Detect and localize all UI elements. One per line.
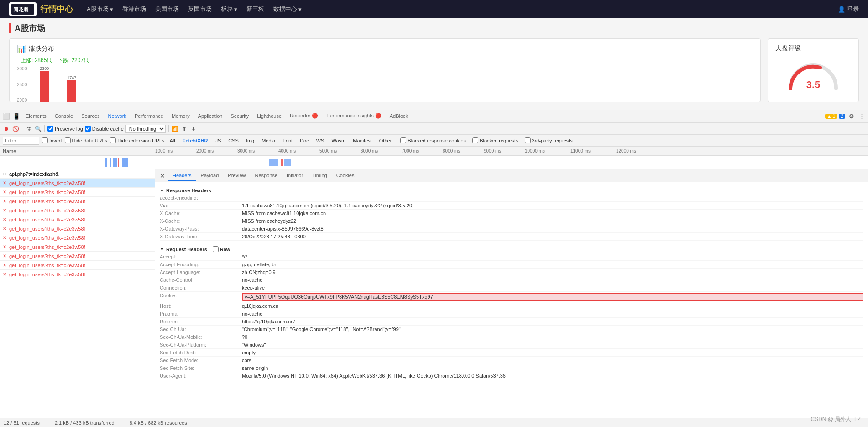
network-item-6[interactable]: ✕ get_login_users?ths_tk=c2e3w58f xyxy=(0,233,155,242)
header-name-accept-enc: accept-encoding: xyxy=(160,195,242,200)
wifi-icon[interactable]: 📶 xyxy=(172,125,179,132)
network-item-5[interactable]: ✕ get_login_users?ths_tk=c2e3w58f xyxy=(0,224,155,233)
header-value-accept-enc xyxy=(242,195,863,200)
throttling-select[interactable]: No throttling xyxy=(125,125,166,133)
error-icon-5: ✕ xyxy=(1,225,8,232)
tab-recorder[interactable]: Recorder 🔴 xyxy=(286,111,322,121)
network-item-2[interactable]: ✕ get_login_users?ths_tk=c2e3w58f xyxy=(0,197,155,206)
close-panel-button[interactable]: ✕ xyxy=(157,172,168,179)
error-icon-8: ✕ xyxy=(1,253,8,260)
nav-hk-market[interactable]: 香港市场 xyxy=(122,5,146,13)
devtools-device-icon[interactable]: 📱 xyxy=(12,112,21,121)
warning-badge: ▲ 1 xyxy=(825,114,837,119)
invert-checkbox[interactable]: Invert xyxy=(42,137,62,143)
name-column-header: Name xyxy=(3,148,16,154)
filter-css[interactable]: CSS xyxy=(226,137,241,144)
blocked-requests-checkbox[interactable]: Blocked requests xyxy=(472,137,518,143)
filter-fetch-xhr[interactable]: Fetch/XHR xyxy=(180,137,210,144)
hide-data-urls-checkbox[interactable]: Hide data URLs xyxy=(65,137,108,143)
req-value-host: q.10jqka.com.cn xyxy=(242,303,863,309)
network-item-3[interactable]: ✕ get_login_users?ths_tk=c2e3w58f xyxy=(0,206,155,215)
tab-headers[interactable]: Headers xyxy=(168,171,196,181)
filter-img[interactable]: Img xyxy=(244,137,256,144)
tab-elements[interactable]: Elements xyxy=(22,111,50,121)
raw-checkbox[interactable]: Raw xyxy=(213,246,230,252)
tab-timing[interactable]: Timing xyxy=(308,171,332,181)
tab-network[interactable]: Network xyxy=(105,111,130,121)
disable-cache-checkbox[interactable]: Disable cache xyxy=(85,126,124,132)
clear-icon[interactable]: 🚫 xyxy=(12,125,19,132)
network-item-1[interactable]: ✕ get_login_users?ths_tk=c2e3w58f xyxy=(0,188,155,197)
filter-ws[interactable]: WS xyxy=(314,137,327,144)
upload-icon[interactable]: ⬆ xyxy=(181,125,188,132)
nav-sectors[interactable]: 板块 ▾ xyxy=(221,5,237,13)
tab-adblock[interactable]: AdBlock xyxy=(386,111,412,121)
third-party-checkbox[interactable]: 3rd-party requests xyxy=(525,137,573,143)
tab-payload[interactable]: Payload xyxy=(196,171,224,181)
nav-data-center[interactable]: 数据中心 ▾ xyxy=(273,5,302,13)
header-name-xgw-pass: X-Gateway-Pass: xyxy=(160,226,242,232)
req-value-accept-enc: gzip, deflate, br xyxy=(242,262,863,267)
chart-title-text: 涨跌分布 xyxy=(29,45,54,53)
header-value-xgw-time: 26/Oct/2023:17:25:48 +0800 xyxy=(242,234,863,239)
filter-icon[interactable]: ⚗ xyxy=(25,125,32,132)
req-name-sec-ua: Sec-Ch-Ua: xyxy=(160,327,242,332)
request-headers-section-title[interactable]: ▼ Request Headers Raw xyxy=(160,243,863,253)
network-item-4[interactable]: ✕ get_login_users?ths_tk=c2e3w58f xyxy=(0,215,155,224)
nav-new-board[interactable]: 新三板 xyxy=(246,5,264,13)
tab-performance[interactable]: Performance xyxy=(131,111,167,121)
filter-wasm[interactable]: Wasm xyxy=(329,137,348,144)
tab-security[interactable]: Security xyxy=(227,111,252,121)
tab-application[interactable]: Application xyxy=(194,111,226,121)
network-item-name-api: api.php?t=indexflash& xyxy=(9,171,155,177)
toolbar-separator-1 xyxy=(22,125,22,132)
nav-a-shares[interactable]: A股市场 ▾ xyxy=(87,5,113,13)
devtools-inspect-icon[interactable]: ⬜ xyxy=(2,112,11,121)
logo-icon: 同花顺 xyxy=(9,2,37,16)
filter-js[interactable]: JS xyxy=(213,137,223,144)
blocked-cookies-checkbox[interactable]: Blocked response cookies xyxy=(400,137,466,143)
network-item-9[interactable]: ✕ get_login_users?ths_tk=c2e3w58f xyxy=(0,261,155,270)
tab-preview[interactable]: Preview xyxy=(223,171,250,181)
tab-sources[interactable]: Sources xyxy=(78,111,103,121)
req-header-sec-ua: Sec-Ch-Ua: "Chromium";v="118", "Google C… xyxy=(160,326,863,333)
header-value-xcache2: MISS from cacheydyz22 xyxy=(242,218,863,224)
req-name-accept-enc: Accept-Encoding: xyxy=(160,262,242,267)
req-name-sec-fetch-site: Sec-Fetch-Site: xyxy=(160,365,242,371)
tab-response[interactable]: Response xyxy=(250,171,282,181)
preserve-log-checkbox[interactable]: Preserve log xyxy=(47,126,83,132)
filter-input[interactable] xyxy=(3,137,39,145)
devtools-more-icon[interactable]: ⋮ xyxy=(857,112,866,121)
tab-console[interactable]: Console xyxy=(51,111,77,121)
filter-doc[interactable]: Doc xyxy=(298,137,311,144)
header-value-xgw-pass: datacenter-apisix-859978669d-8vzt8 xyxy=(242,226,863,232)
filter-media[interactable]: Media xyxy=(259,137,277,144)
tab-lighthouse[interactable]: Lighthouse xyxy=(253,111,285,121)
tab-performance-insights[interactable]: Performance insights 🔴 xyxy=(323,111,385,121)
tab-cookies[interactable]: Cookies xyxy=(332,171,359,181)
bar-2 xyxy=(67,80,76,102)
tab-memory[interactable]: Memory xyxy=(168,111,193,121)
filter-all[interactable]: All xyxy=(167,137,178,144)
network-item-10[interactable]: ✕ get_login_users?ths_tk=c2e3w58f xyxy=(0,270,155,279)
download-icon[interactable]: ⬇ xyxy=(190,125,197,132)
devtools-settings-icon[interactable]: ⚙ xyxy=(847,112,856,121)
network-item-name-2: get_login_users?ths_tk=c2e3w58f xyxy=(9,199,155,204)
network-item-api[interactable]: □ api.php?t=indexflash& xyxy=(0,169,155,179)
search-icon[interactable]: 🔍 xyxy=(34,125,42,132)
nav-uk-market[interactable]: 英国市场 xyxy=(188,5,212,13)
tab-initiator[interactable]: Initiator xyxy=(282,171,308,181)
response-headers-section-title[interactable]: ▼ Response Headers xyxy=(160,185,863,194)
filter-manifest[interactable]: Manifest xyxy=(350,137,374,144)
network-item-7[interactable]: ✕ get_login_users?ths_tk=c2e3w58f xyxy=(0,242,155,252)
filter-other[interactable]: Other xyxy=(377,137,394,144)
nav-us-market[interactable]: 美国市场 xyxy=(155,5,179,13)
network-item-0[interactable]: ✕ get_login_users?ths_tk=c2e3w58f xyxy=(0,179,155,188)
filter-font[interactable]: Font xyxy=(280,137,295,144)
website-content: A股市场 📊 涨跌分布 上涨: 2865只 下跌: 2207只 3000 250… xyxy=(0,18,868,110)
network-item-8[interactable]: ✕ get_login_users?ths_tk=c2e3w58f xyxy=(0,252,155,261)
record-stop-icon[interactable]: ⏺ xyxy=(3,125,10,132)
nav-login[interactable]: 👤 登录 xyxy=(838,5,859,13)
hide-ext-urls-checkbox[interactable]: Hide extension URLs xyxy=(110,137,164,143)
req-header-conn: Connection: keep-alive xyxy=(160,284,863,292)
